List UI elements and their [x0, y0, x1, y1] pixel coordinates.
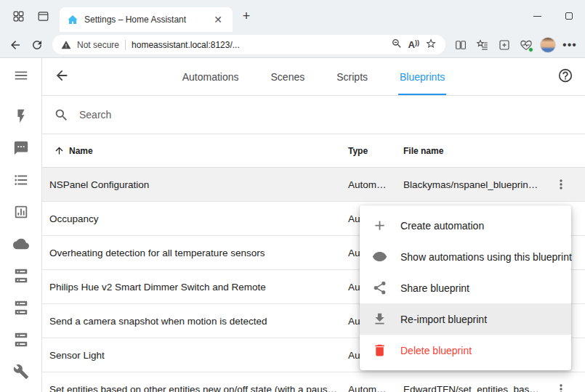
browser-tab-bar: Settings – Home Assistant ✕ + [0, 0, 585, 32]
row-name: Occupancy [42, 213, 348, 224]
search-icon [54, 107, 69, 123]
row-menu-button[interactable] [538, 177, 584, 192]
search-placeholder: Search [79, 109, 111, 121]
ha-sidebar [0, 58, 42, 392]
share-icon [372, 280, 387, 295]
search-input[interactable]: Search [42, 96, 585, 134]
column-header-file[interactable]: File name [403, 146, 538, 156]
sidebar-item-server-2[interactable] [0, 292, 42, 324]
tab-close-icon[interactable]: ✕ [211, 13, 225, 26]
row-type: Autom… [348, 179, 403, 190]
chart-icon [13, 204, 29, 220]
sort-arrow-up-icon [54, 145, 65, 156]
sidebar-item-server-1[interactable] [0, 260, 42, 292]
menu-item-delete-blueprint[interactable]: Delete blueprint [360, 335, 571, 366]
sidebar-item-assist[interactable] [0, 132, 42, 164]
back-button[interactable] [4, 34, 26, 56]
ha-tab-bar: Automations Scenes Scripts Blueprints [70, 58, 557, 95]
table-row[interactable]: NSPanel Configuration Autom… Blackymas/n… [42, 168, 585, 202]
wrench-icon [13, 364, 29, 380]
server-icon [13, 300, 29, 316]
blueprint-context-menu: Create automation Show automations using… [360, 205, 571, 370]
row-name: Sensor Light [42, 350, 348, 361]
column-header-type[interactable]: Type [348, 146, 403, 156]
read-aloud-icon[interactable]: A)) [408, 39, 419, 50]
help-circle-icon [557, 68, 573, 83]
eye-icon [372, 249, 387, 264]
table-row[interactable]: Set entities based on other entities new… [42, 372, 585, 392]
browser-nav-bar: Not secure homeassistant.local:8123/... … [0, 32, 585, 58]
new-tab-button[interactable]: + [235, 5, 257, 27]
refresh-button[interactable] [26, 34, 48, 56]
workspaces-icon[interactable] [6, 4, 31, 28]
sidebar-item-server-3[interactable] [0, 324, 42, 356]
tab-scenes[interactable]: Scenes [255, 58, 321, 95]
plus-icon [372, 218, 387, 233]
table-header: Name Type File name [42, 134, 585, 168]
help-button[interactable] [557, 68, 573, 86]
tab-automations[interactable]: Automations [166, 58, 255, 95]
split-screen-icon[interactable] [450, 34, 472, 56]
favorites-icon[interactable] [472, 34, 493, 56]
tab-blueprints[interactable]: Blueprints [384, 58, 461, 95]
column-header-name[interactable]: Name [42, 145, 348, 156]
download-icon [372, 311, 387, 327]
home-assistant-favicon [67, 14, 78, 25]
ha-back-button[interactable] [54, 68, 70, 86]
menu-item-reimport-blueprint[interactable]: Re-import blueprint [360, 303, 571, 335]
trash-icon [372, 343, 387, 358]
ha-header: Automations Scenes Scripts Blueprints [42, 58, 585, 96]
list-icon [13, 172, 29, 188]
sidebar-item-energy[interactable] [0, 100, 42, 132]
server-icon [13, 332, 29, 348]
row-file: EdwardTFN/set_entities_bas… [403, 384, 538, 392]
row-name: NSPanel Configuration [42, 179, 348, 190]
tab-scripts[interactable]: Scripts [320, 58, 384, 95]
tab-title: Settings – Home Assistant [84, 15, 205, 25]
row-type: Autom… [348, 384, 403, 392]
sidebar-menu-button[interactable] [0, 58, 42, 93]
browser-window: Settings – Home Assistant ✕ + Not secure… [0, 0, 585, 392]
sidebar-item-logbook[interactable] [0, 164, 42, 196]
dots-vertical-icon [554, 382, 568, 392]
hamburger-icon [13, 68, 29, 83]
menu-item-show-automations[interactable]: Show automations using this blueprint [360, 241, 571, 272]
cloud-icon [13, 236, 29, 252]
browser-menu-icon[interactable]: ••• [559, 34, 581, 56]
maximize-button[interactable] [553, 0, 585, 32]
server-icon [13, 268, 29, 284]
row-name: Overheating detection for all temperatur… [42, 248, 348, 258]
dots-vertical-icon [554, 177, 568, 192]
tab-actions-icon[interactable] [31, 4, 55, 28]
url-text: homeassistant.local:8123/... [132, 40, 240, 50]
chat-icon [13, 140, 29, 156]
arrow-left-icon [54, 68, 70, 83]
row-name: Set entities based on other entities new… [42, 384, 348, 392]
minimize-button[interactable] [521, 0, 553, 32]
sidebar-item-cloud[interactable] [0, 228, 42, 260]
browser-tab[interactable]: Settings – Home Assistant ✕ [60, 7, 233, 32]
profile-avatar[interactable] [537, 34, 559, 56]
essentials-status-dot [528, 47, 533, 52]
row-menu-button[interactable] [538, 382, 584, 392]
browser-essentials-icon[interactable] [515, 34, 537, 56]
sidebar-item-history[interactable] [0, 196, 42, 228]
collections-icon[interactable] [493, 34, 515, 56]
not-secure-warning-icon [61, 40, 71, 50]
row-file: Blackymas/nspanel_blueprin… [403, 179, 538, 190]
lightning-icon [13, 108, 29, 124]
menu-item-share-blueprint[interactable]: Share blueprint [360, 272, 571, 303]
address-bar[interactable]: Not secure homeassistant.local:8123/... … [52, 35, 445, 54]
sidebar-item-tools[interactable] [0, 356, 42, 388]
zoom-indicator-icon[interactable] [391, 38, 403, 52]
favorite-star-icon[interactable] [425, 38, 437, 52]
menu-item-create-automation[interactable]: Create automation [360, 210, 571, 241]
address-divider [125, 40, 126, 50]
row-name: Send a camera snapshot when motion is de… [42, 316, 348, 327]
row-name: Philips Hue v2 Smart Dimmer Switch and R… [42, 282, 348, 293]
security-label: Not secure [77, 40, 119, 50]
